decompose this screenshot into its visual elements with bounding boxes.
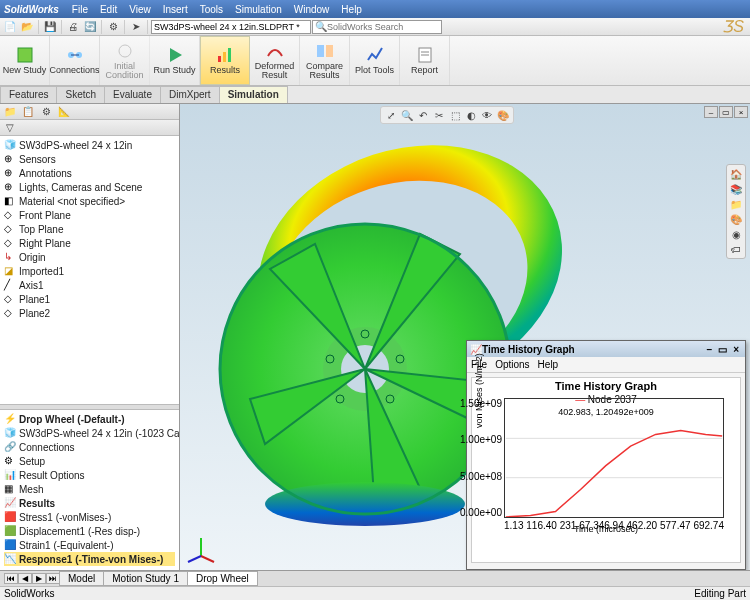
tree-item[interactable]: ◇Plane2 [4,306,175,320]
ds-logo-icon: ƷS [722,17,744,36]
search-input[interactable] [327,22,439,32]
menu-simulation[interactable]: Simulation [230,3,287,16]
ribbon-initial-condition[interactable]: Initial Condition [100,36,150,85]
select-icon[interactable]: ➤ [128,19,144,35]
config-tab-icon[interactable]: ⚙ [38,104,54,120]
ribbon-connections[interactable]: Connections [50,36,100,85]
tab-scroll-prev-icon[interactable]: ◀ [18,573,32,584]
close-icon[interactable]: × [734,106,748,118]
print-icon[interactable]: 🖨 [65,19,81,35]
result-plot[interactable]: 🟦Strain1 (-Equivalent-) [4,538,175,552]
svg-point-19 [265,482,465,526]
search-icon: 🔍 [315,21,327,32]
result-plot-active[interactable]: 📉Response1 (-Time-von Mises-) [4,552,175,566]
graph-menu-options[interactable]: Options [495,359,529,370]
restore-icon[interactable]: ▭ [719,106,733,118]
feature-tree[interactable]: 🧊SW3dPS-wheel 24 x 12in ⊕Sensors ⊕Annota… [0,136,179,404]
minimize-icon[interactable]: – [704,344,716,355]
ribbon-run-study[interactable]: Run Study [150,36,200,85]
graph-menu-help[interactable]: Help [538,359,559,370]
study-root[interactable]: ⚡Drop Wheel (-Default-) [4,412,175,426]
tree-item[interactable]: ▦Mesh [4,482,175,496]
menu-tools[interactable]: Tools [195,3,228,16]
ribbon-results[interactable]: Results [200,36,250,85]
tree-root[interactable]: 🧊SW3dPS-wheel 24 x 12in [4,138,175,152]
ribbon-report[interactable]: Report [400,36,450,85]
view-palette-icon[interactable]: 🎨 [729,212,743,226]
status-left: SolidWorks [4,588,54,599]
menu-window[interactable]: Window [289,3,335,16]
tree-item[interactable]: ↳Origin [4,250,175,264]
tab-scroll-first-icon[interactable]: ⏮ [4,573,18,584]
simulation-tree[interactable]: ⚡Drop Wheel (-Default-) 🧊SW3dPS-wheel 24… [0,410,179,570]
task-pane: 🏠 📚 📁 🎨 ◉ 🏷 [726,164,746,259]
ribbon-deformed-result[interactable]: Deformed Result [250,36,300,85]
rebuild-icon[interactable]: 🔄 [82,19,98,35]
menu-file[interactable]: File [67,3,93,16]
tree-item[interactable]: ⚙Setup [4,454,175,468]
ribbon-compare-results[interactable]: Compare Results [300,36,350,85]
minimize-icon[interactable]: – [704,106,718,118]
tab-sketch[interactable]: Sketch [56,86,105,103]
filter-icon[interactable]: ▽ [2,120,18,136]
ribbon-plot-tools[interactable]: Plot Tools [350,36,400,85]
time-history-graph-window[interactable]: 📈 Time History Graph – ▭ × File Options … [466,340,746,570]
save-icon[interactable]: 💾 [42,19,58,35]
btab-model[interactable]: Model [59,571,104,586]
tree-item[interactable]: ◇Right Plane [4,236,175,250]
results-node[interactable]: 📈Results [4,496,175,510]
fm-tab-icon[interactable]: 📁 [2,104,18,120]
search-box[interactable]: 🔍 [312,20,442,34]
open-icon[interactable]: 📂 [19,19,35,35]
tree-item[interactable]: ◪Imported1 [4,264,175,278]
menu-insert[interactable]: Insert [158,3,193,16]
tree-item[interactable]: ◇Front Plane [4,208,175,222]
property-tab-icon[interactable]: 📋 [20,104,36,120]
dim-tab-icon[interactable]: 📐 [56,104,72,120]
resources-icon[interactable]: 🏠 [729,167,743,181]
strain-plot-icon: 🟦 [4,539,16,551]
tab-dimxpert[interactable]: DimXpert [160,86,220,103]
tree-item[interactable]: 📊Result Options [4,468,175,482]
mesh-icon: ▦ [4,483,16,495]
tab-scroll-next-icon[interactable]: ▶ [32,573,46,584]
graph-title-bar[interactable]: 📈 Time History Graph – ▭ × [467,341,745,357]
tree-item[interactable]: ⊕Annotations [4,166,175,180]
tree-item[interactable]: ◧Material <not specified> [4,194,175,208]
btab-motion[interactable]: Motion Study 1 [103,571,188,586]
maximize-icon[interactable]: ▭ [715,344,730,355]
design-lib-icon[interactable]: 📚 [729,182,743,196]
tree-item[interactable]: ◇Top Plane [4,222,175,236]
command-tabstrip: Features Sketch Evaluate DimXpert Simula… [0,86,750,104]
svg-rect-8 [228,48,231,62]
status-bar: SolidWorks Editing Part [0,586,750,600]
btab-drop-wheel[interactable]: Drop Wheel [187,571,258,586]
graphics-viewport[interactable]: – ▭ × ⤢ 🔍 ↶ ✂ ⬚ ◐ 👁 🎨 🏠 📚 📁 🎨 ◉ 🏷 [180,104,750,570]
options-icon: 📊 [4,469,16,481]
study-part[interactable]: 🧊SW3dPS-wheel 24 x 12in (-1023 Carbon St… [4,426,175,440]
menu-edit[interactable]: Edit [95,3,122,16]
tree-item[interactable]: ⊕Sensors [4,152,175,166]
tree-item[interactable]: ⊕Lights, Cameras and Scene [4,180,175,194]
tree-item[interactable]: ◇Plane1 [4,292,175,306]
file-explorer-icon[interactable]: 📁 [729,197,743,211]
custom-props-icon[interactable]: 🏷 [729,242,743,256]
chart-area [504,398,724,518]
tab-scroll-last-icon[interactable]: ⏭ [46,573,60,584]
menu-view[interactable]: View [124,3,156,16]
result-plot[interactable]: 🟥Stress1 (-vonMises-) [4,510,175,524]
close-icon[interactable]: × [730,344,742,355]
tree-item[interactable]: 🔗Connections [4,440,175,454]
ribbon-new-study[interactable]: New Study [0,36,50,85]
options-icon[interactable]: ⚙ [105,19,121,35]
new-icon[interactable]: 📄 [2,19,18,35]
appearances-icon[interactable]: ◉ [729,227,743,241]
menu-help[interactable]: Help [336,3,367,16]
result-plot[interactable]: 🟩Displacement1 (-Res disp-) [4,524,175,538]
svg-rect-0 [18,48,32,62]
tab-simulation[interactable]: Simulation [219,86,288,103]
tab-features[interactable]: Features [0,86,57,103]
tree-item[interactable]: ╱Axis1 [4,278,175,292]
tab-evaluate[interactable]: Evaluate [104,86,161,103]
orientation-triad[interactable] [186,534,216,564]
